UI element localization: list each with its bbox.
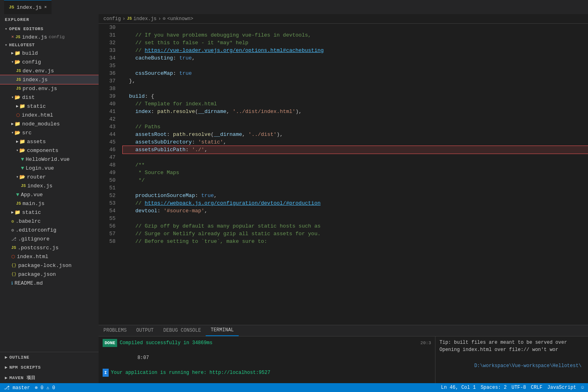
status-position[interactable]: Ln 46, Col 1 [441, 385, 476, 390]
hellotest-section[interactable]: ▾ HELLOTEST [0, 41, 99, 49]
terminal-blog: blog.csdn.net/taoweidong1 [439, 377, 584, 383]
node-modules-icon: 📁 [14, 121, 21, 127]
open-file-name: index.js [22, 34, 47, 40]
build-folder-icon: 📁 [14, 50, 21, 56]
outline-label: OUTLINE [9, 355, 29, 360]
code-line-31: // If you have problems debugging vue-fi… [123, 31, 588, 39]
maven-section[interactable]: ▶ MAVEN 项目 [0, 372, 99, 383]
status-bar-right: Ln 46, Col 1 Spaces: 2 UTF-8 CRLF JavaSc… [441, 385, 584, 390]
open-file-close[interactable]: × [11, 35, 14, 39]
watermark-text: D:\workspace\Vue-workspace\Hellotest\ [474, 363, 581, 369]
breadcrumb-symbol-icon: ⊙ [163, 16, 165, 22]
pkg-json-label: package.json [18, 271, 56, 277]
tab-output[interactable]: OUTPUT [132, 325, 159, 336]
sidebar-item-readme[interactable]: ℹ README.md [0, 279, 99, 287]
panel-content: DONE Compiled successfully in 34869ms 20… [99, 337, 588, 383]
sidebar-bottom: ▶ OUTLINE ▶ NPM SCRIPTS ▶ MAVEN 项目 [0, 352, 99, 383]
tab-close-button[interactable]: × [44, 5, 47, 10]
gitignore-label: .gitignore [18, 236, 50, 242]
outline-section[interactable]: ▶ OUTLINE [0, 352, 99, 362]
tab-bar: JS index.js × [0, 0, 588, 14]
sidebar-item-index-html[interactable]: ⬡ index.html [0, 252, 99, 261]
open-editor-item[interactable]: × JS index.js config [0, 33, 99, 41]
sidebar-item-main-js[interactable]: JS main.js [0, 199, 99, 208]
status-encoding[interactable]: UTF-8 [512, 385, 526, 390]
open-editors-section[interactable]: ▾ OPEN EDITORS [0, 25, 99, 33]
npm-label: NPM SCRIPTS [9, 365, 41, 370]
sidebar-item-babelrc[interactable]: ⚙ .babelrc [0, 217, 99, 226]
maven-label: MAVEN 项目 [9, 375, 36, 381]
sidebar-item-dev-env[interactable]: JS dev.env.js [0, 66, 99, 75]
sidebar-item-node-modules[interactable]: ▶ 📁 node_modules [0, 119, 99, 128]
sidebar-item-components[interactable]: ▾ 📂 components [0, 146, 99, 155]
sidebar-item-static[interactable]: ▶ 📁 static [0, 208, 99, 217]
sidebar-item-gitignore[interactable]: ⎇ .gitignore [0, 234, 99, 243]
static-icon: 📁 [14, 209, 21, 215]
tab-problems[interactable]: PROBLEMS [99, 325, 132, 336]
status-git[interactable]: ⎇ master [4, 385, 30, 391]
components-icon: 📂 [19, 148, 25, 154]
router-arrow: ▾ [16, 174, 19, 179]
sidebar-item-postcssrc[interactable]: JS .postcssrc.js [0, 243, 99, 252]
code-line-37: }, [123, 77, 588, 85]
tab-index-js[interactable]: JS index.js × [4, 0, 52, 14]
code-line-58: // Before setting to `true`, make sure t… [123, 238, 588, 245]
status-bar: ⎇ master ⊗ 0 ⚠ 0 Ln 46, Col 1 Spaces: 2 … [0, 383, 588, 392]
sidebar-item-app-vue[interactable]: ▼ App.vue [0, 190, 99, 199]
code-line-42 [123, 115, 588, 123]
dist-html-label: index.html [22, 112, 53, 118]
prod-env-js-icon: JS [16, 86, 21, 91]
pkg-lock-icon: {} [11, 263, 17, 268]
sidebar-item-src[interactable]: ▾ 📂 src [0, 128, 99, 137]
code-line-40: // Template for index.html [123, 100, 588, 108]
sidebar-item-package-json[interactable]: {} package.json [0, 270, 99, 279]
code-line-33: // https://vue-loader.vuejs.org/en/optio… [123, 47, 588, 54]
terminal-main[interactable]: DONE Compiled successfully in 34869ms 20… [99, 337, 435, 383]
sidebar-item-dist[interactable]: ▾ 📂 dist [0, 93, 99, 102]
sidebar-item-dist-static[interactable]: ▶ 📁 static [0, 102, 99, 111]
status-feedback[interactable]: ☺ [581, 385, 584, 390]
status-errors[interactable]: ⊗ 0 ⚠ 0 [35, 385, 55, 391]
code-line-54: devtool: '#source-map', [123, 207, 588, 215]
sidebar-item-prod-env[interactable]: JS prod.env.js [0, 84, 99, 93]
sidebar-item-editorconfig[interactable]: ⚙ .editorconfig [0, 226, 99, 234]
breadcrumb-file: index.js [133, 16, 157, 22]
sidebar-item-router[interactable]: ▾ 📂 router [0, 172, 99, 181]
npm-scripts-section[interactable]: ▶ NPM SCRIPTS [0, 362, 99, 372]
sidebar-item-index-js[interactable]: JS index.js [0, 75, 99, 84]
tab-debug-console[interactable]: DEBUG CONSOLE [159, 325, 206, 336]
pkg-json-icon: {} [11, 272, 17, 277]
code-line-38 [123, 85, 588, 92]
editorconfig-icon: ⚙ [11, 228, 14, 233]
code-content: 3031323334 3536373839 4041424344 4546474… [99, 24, 588, 325]
sidebar-item-build[interactable]: ▶ 📁 build [0, 49, 99, 57]
sidebar-item-router-index[interactable]: JS index.js [0, 181, 99, 190]
index-js-icon: JS [16, 78, 21, 82]
assets-icon: 📁 [19, 139, 25, 145]
login-label: Login.vue [26, 165, 54, 171]
babelrc-icon: ⚙ [11, 219, 14, 224]
tab-terminal[interactable]: TERMINAL [206, 325, 239, 336]
terminal-compiled-line: DONE Compiled successfully in 34869ms 20… [103, 339, 431, 347]
sidebar-item-assets[interactable]: ▶ 📁 assets [0, 137, 99, 146]
sidebar-item-login[interactable]: ▼ Login.vue [0, 164, 99, 172]
assets-label: assets [27, 139, 46, 145]
tab-label: index.js [17, 4, 41, 10]
outline-arrow: ▶ [5, 355, 8, 360]
dev-env-js-icon: JS [16, 69, 21, 73]
router-index-js-icon: JS [21, 184, 26, 188]
sidebar-item-config[interactable]: ▾ 📂 config [0, 57, 99, 66]
dist-folder-icon: 📂 [14, 94, 21, 101]
code-line-41: index: path.resolve(__dirname, '../dist/… [123, 108, 588, 115]
sidebar-item-helloworld[interactable]: ▼ HelloWorld.vue [0, 155, 99, 164]
code-line-53: // https://webpack.js.org/configuration/… [123, 199, 588, 207]
postcssrc-icon: JS [11, 246, 16, 250]
sidebar-item-dist-index-html[interactable]: ⬡ index.html [0, 111, 99, 119]
open-file-dir: config [49, 35, 65, 39]
code-editor[interactable]: 3031323334 3536373839 4041424344 4546474… [99, 24, 588, 325]
status-lang[interactable]: JavaScript [547, 385, 576, 390]
status-spaces[interactable]: Spaces: 2 [481, 385, 507, 390]
sidebar: EXPLORER ▾ OPEN EDITORS × JS index.js co… [0, 14, 99, 383]
sidebar-item-package-lock[interactable]: {} package-lock.json [0, 261, 99, 270]
status-crlf[interactable]: CRLF [531, 385, 543, 390]
